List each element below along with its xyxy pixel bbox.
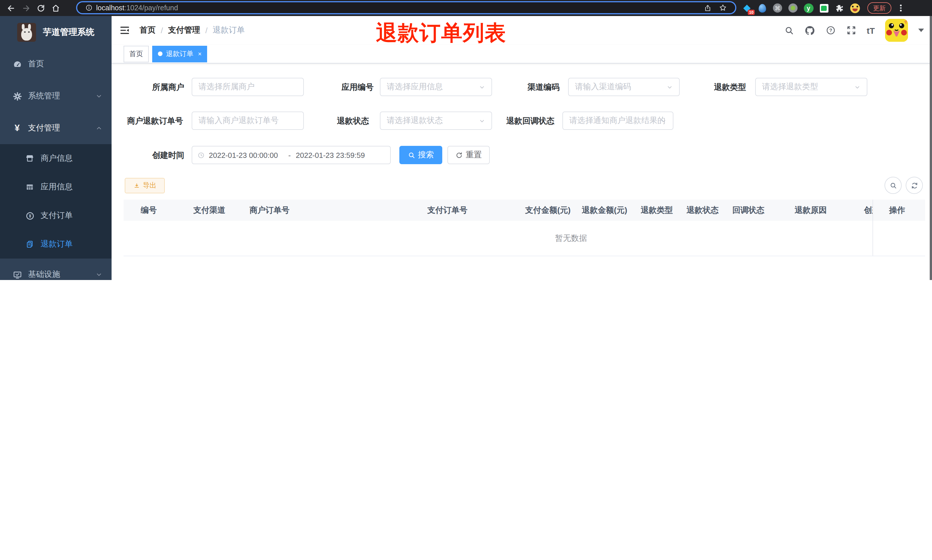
browser-reload-icon[interactable] [33, 1, 48, 15]
browser-toolbar: localhost:1024/pay/refund 10 ⌘ y 更新 [0, 0, 932, 16]
create-time-range-picker[interactable]: 2022-01-23 00:00:00 - 2022-01-23 23:59:5… [192, 146, 391, 164]
extension-diamond-icon[interactable]: 10 [741, 3, 752, 13]
notify-status-select[interactable]: 请选择通知商户退款结果的 [562, 112, 674, 130]
merchant-input[interactable]: 请选择所属商户 [192, 78, 304, 96]
clock-icon [197, 151, 205, 159]
fullscreen-icon[interactable] [846, 25, 857, 35]
search-button-label: 搜索 [418, 150, 434, 160]
sidebar-item-label: 应用信息 [41, 182, 73, 192]
placeholder: 请选择应用信息 [387, 82, 477, 92]
chevron-down-icon [479, 84, 485, 90]
browser-back-icon[interactable] [3, 1, 18, 15]
sidebar-item-system[interactable]: 系统管理 [0, 80, 112, 112]
column-header: 操作 [889, 200, 905, 221]
chevron-down-icon [660, 118, 666, 124]
help-icon[interactable]: ? [826, 25, 836, 35]
table-empty-row [124, 221, 925, 256]
placeholder: 请选择退款状态 [387, 115, 477, 126]
breadcrumb-separator: / [161, 26, 163, 35]
reset-button[interactable]: 重置 [448, 146, 490, 164]
column-header: 支付订单号 [428, 200, 468, 221]
tag-close-icon[interactable]: × [198, 50, 201, 57]
refund-doc-icon [25, 239, 35, 249]
app-logo[interactable]: 芋道管理系统 [0, 16, 112, 48]
avatar-caret-icon[interactable] [918, 29, 924, 32]
refund-type-select[interactable]: 请选择退款类型 [755, 78, 867, 96]
share-icon[interactable] [704, 4, 712, 12]
app-select[interactable]: 请选择应用信息 [380, 78, 492, 96]
browser-update-button[interactable]: 更新 [867, 2, 891, 14]
placeholder: 请输入渠道编码 [575, 82, 664, 92]
font-size-icon[interactable]: tT [867, 25, 875, 35]
extension-emoji-icon[interactable] [850, 3, 860, 13]
column-header: 退款类型 [641, 200, 673, 221]
show-search-toggle-button[interactable] [884, 177, 902, 194]
pay-submenu: 商户信息 应用信息 ¥ 支付订单 [0, 144, 112, 258]
sidebar-item-infra[interactable]: 基础设施 [0, 258, 112, 280]
column-header: 退款原因 [795, 200, 827, 221]
browser-menu-icon[interactable] [900, 5, 901, 11]
breadcrumb: 首页 / 支付管理 / 退款订单 [140, 16, 245, 45]
sidebar-item-label: 基础设施 [28, 269, 60, 280]
refund-status-select[interactable]: 请选择退款状态 [380, 112, 492, 130]
export-button[interactable]: 导出 [125, 178, 165, 193]
tag-home[interactable]: 首页 [124, 46, 149, 62]
tag-refund-order[interactable]: 退款订单 × [152, 46, 208, 62]
column-header: 退款状态 [687, 200, 718, 221]
app-title: 芋道管理系统 [43, 26, 94, 37]
filter-label-channel: 渠道编码 [528, 78, 560, 96]
export-button-label: 导出 [143, 181, 157, 191]
monitor-icon [12, 269, 22, 280]
refresh-button[interactable] [906, 177, 923, 194]
extension-y-icon[interactable]: y [803, 3, 814, 13]
breadcrumb-home[interactable]: 首页 [140, 25, 155, 35]
start-date-value[interactable]: 2022-01-23 00:00:00 [209, 151, 283, 159]
extension-command-icon[interactable]: ⌘ [772, 3, 783, 13]
address-bar[interactable]: localhost:1024/pay/refund [76, 1, 736, 14]
filter-label-notify-status: 退款回调状态 [506, 112, 554, 130]
sidebar-item-merchant-info[interactable]: 商户信息 [0, 144, 112, 173]
gear-icon [12, 91, 22, 101]
logo-image [17, 23, 36, 42]
extensions-row: 10 ⌘ y 更新 [741, 0, 901, 16]
breadcrumb-current: 退款订单 [213, 25, 245, 35]
chevron-down-icon [854, 84, 860, 90]
svg-text:¥: ¥ [29, 213, 31, 218]
bookmark-star-icon[interactable] [718, 3, 727, 12]
sidebar-item-refund-order[interactable]: 退款订单 [0, 230, 112, 258]
sidebar-item-app-info[interactable]: 应用信息 [0, 173, 112, 202]
extensions-puzzle-icon[interactable] [834, 3, 844, 13]
sidebar-item-pay[interactable]: ¥ 支付管理 [0, 112, 112, 144]
placeholder: 请选择所属商户 [198, 82, 297, 92]
breadcrumb-pay[interactable]: 支付管理 [168, 25, 200, 35]
sidebar: 芋道管理系统 首页 系统管理 ¥ 支付管理 [0, 16, 112, 280]
site-info-icon[interactable] [85, 4, 93, 11]
search-button[interactable]: 搜索 [399, 146, 442, 164]
sidebar-item-home[interactable]: 首页 [0, 48, 112, 80]
date-range-separator: - [283, 151, 296, 159]
filter-label-merchant: 所属商户 [152, 78, 184, 96]
extension-dot-icon[interactable] [788, 3, 798, 13]
screenshot-root: localhost:1024/pay/refund 10 ⌘ y 更新 [0, 0, 932, 280]
breadcrumb-separator: / [205, 26, 208, 35]
browser-forward-icon[interactable] [18, 1, 33, 15]
extension-chat-icon[interactable] [819, 3, 829, 13]
tag-active-dot [158, 51, 163, 56]
placeholder: 请选择退款类型 [762, 82, 852, 92]
end-date-value[interactable]: 2022-01-23 23:59:59 [296, 151, 370, 159]
main-area: 首页 / 支付管理 / 退款订单 退款订单列表 ? [112, 16, 932, 280]
github-icon[interactable] [804, 25, 815, 36]
chevron-down-icon [479, 118, 485, 124]
avatar[interactable] [885, 19, 908, 42]
sidebar-collapse-icon[interactable] [119, 25, 131, 36]
table-header: 编号 支付渠道 商户订单号 支付订单号 支付金额(元) 退款金额(元) 退款类型… [124, 200, 925, 221]
filter-label-merchant-refund-no: 商户退款订单号 [127, 112, 183, 130]
sidebar-item-pay-order[interactable]: ¥ 支付订单 [0, 202, 112, 230]
search-icon[interactable] [784, 25, 794, 35]
merchant-refund-no-input[interactable]: 请输入商户退款订单号 [192, 112, 304, 130]
column-header: 商户订单号 [249, 200, 289, 221]
svg-text:?: ? [829, 28, 832, 33]
extension-balloon-icon[interactable] [757, 3, 767, 13]
browser-home-icon[interactable] [48, 1, 63, 15]
channel-select[interactable]: 请输入渠道编码 [568, 78, 680, 96]
